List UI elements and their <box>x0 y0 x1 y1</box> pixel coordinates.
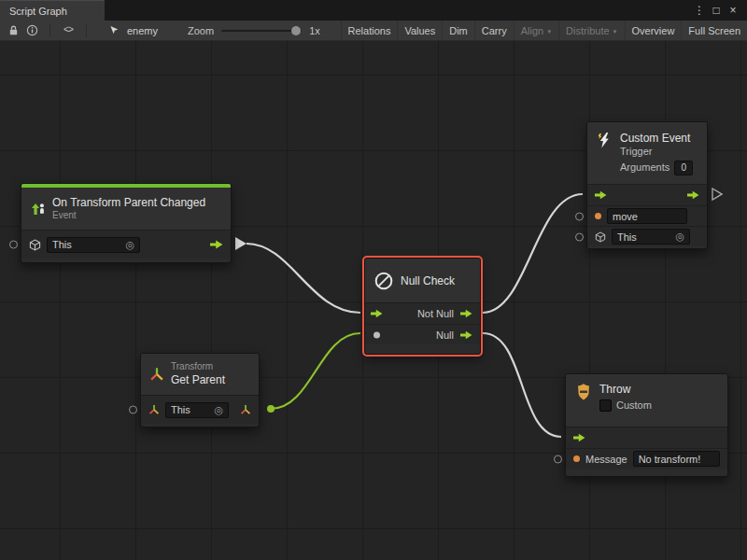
transform-output-port[interactable] <box>240 404 251 415</box>
node-title: On Transform Parent Changed <box>52 196 205 210</box>
wire-event-to-nullcheck[interactable] <box>247 244 360 313</box>
wire-notnull-to-customevent[interactable] <box>483 194 583 313</box>
control-input-port[interactable] <box>573 433 585 442</box>
unity-script-graph-window: Script Graph ⋮ □ × <> enemy Zoom <box>0 0 747 560</box>
overview-button[interactable]: Overview <box>625 21 682 40</box>
zoom-slider[interactable] <box>221 30 302 32</box>
node-row-ports <box>566 427 727 448</box>
control-input-port[interactable] <box>595 190 607 200</box>
node-throw[interactable]: Throw Custom Message No transform! <box>565 373 728 477</box>
toolbar-separator <box>86 24 87 37</box>
node-header: Custom Event Trigger Arguments 0 <box>587 122 707 185</box>
distribute-button[interactable]: Distribute ▼ <box>558 21 624 40</box>
control-input-port[interactable] <box>371 309 383 318</box>
graph-name: enemy <box>127 25 158 36</box>
relations-button[interactable]: Relations <box>341 21 398 40</box>
message-label: Message <box>585 454 627 465</box>
customevent-output-triangle[interactable] <box>712 189 722 200</box>
wire-getparent-to-nullcheck[interactable] <box>271 333 360 409</box>
dim-button[interactable]: Dim <box>442 21 474 40</box>
object-picker-icon[interactable]: ◎ <box>125 239 134 251</box>
event-output-triangle[interactable] <box>235 237 247 250</box>
maximize-icon[interactable]: □ <box>708 4 725 17</box>
node-title: Get Parent <box>171 373 225 387</box>
string-port-dot <box>573 455 580 462</box>
graph-toolbar: <> enemy Zoom 1x Relations Values Dim Ca… <box>0 21 747 41</box>
string-port-dot <box>595 213 601 219</box>
zoom-label: Zoom <box>188 25 214 36</box>
tab-title: Script Graph <box>9 6 67 17</box>
node-row-null: Null <box>365 324 480 344</box>
tab-script-graph[interactable]: Script Graph <box>0 0 105 21</box>
control-output-port[interactable] <box>210 240 223 249</box>
node-category: Custom Event <box>620 132 693 146</box>
event-name-field[interactable]: move <box>607 208 687 224</box>
graph-canvas[interactable]: On Transform Parent Changed Event This ◎ <box>0 41 747 560</box>
arguments-label: Arguments <box>620 161 669 175</box>
object-picker-icon[interactable]: ◎ <box>675 231 684 243</box>
self-input-port[interactable] <box>9 241 18 249</box>
node-row-this: This ◎ <box>21 231 231 259</box>
pointer-icon <box>105 21 123 40</box>
this-dropdown[interactable]: This ◎ <box>612 229 690 245</box>
node-row-ports <box>587 185 707 205</box>
object-picker-icon[interactable]: ◎ <box>214 404 223 416</box>
carry-button[interactable]: Carry <box>474 21 514 40</box>
graph-breadcrumb[interactable]: enemy <box>105 21 158 40</box>
cube-icon <box>595 231 606 243</box>
transform-type-icon <box>148 404 160 415</box>
message-field[interactable]: No transform! <box>633 451 720 467</box>
info-icon[interactable] <box>22 21 41 40</box>
arguments-field[interactable]: 0 <box>674 161 693 175</box>
values-button[interactable]: Values <box>397 21 442 40</box>
code-icon[interactable]: <> <box>59 21 78 40</box>
align-button[interactable]: Align ▼ <box>514 21 558 40</box>
node-title: Null Check <box>401 274 455 287</box>
transform-parent-changed-icon <box>30 201 46 217</box>
node-trigger-custom-event[interactable]: Custom Event Trigger Arguments 0 move <box>586 121 708 249</box>
chevron-down-icon: ▼ <box>613 29 618 35</box>
custom-option-row: Custom <box>599 399 652 413</box>
custom-event-icon <box>596 132 613 149</box>
toolbar-separator <box>49 24 50 37</box>
menu-icon[interactable]: ⋮ <box>691 4 708 17</box>
name-input-port[interactable] <box>575 212 584 220</box>
fullscreen-button[interactable]: Full Screen <box>681 21 747 40</box>
node-on-transform-parent-changed[interactable]: On Transform Parent Changed Event This ◎ <box>21 183 232 263</box>
node-title: Throw <box>599 383 652 397</box>
node-row-notnull: Not Null <box>365 303 480 324</box>
cube-icon <box>29 239 41 251</box>
window-controls: ⋮ □ × <box>691 0 747 21</box>
null-output-port[interactable] <box>460 330 472 340</box>
wire-null-to-throw[interactable] <box>483 333 561 437</box>
target-input-port[interactable] <box>575 232 584 241</box>
this-dropdown[interactable]: This ◎ <box>47 237 140 253</box>
zoom-value: 1x <box>309 25 320 36</box>
node-get-parent[interactable]: Transform Get Parent This ◎ <box>140 353 260 427</box>
this-value: This <box>171 404 190 415</box>
node-row-this: This ◎ <box>587 226 707 246</box>
this-value: This <box>52 239 72 250</box>
self-input-port[interactable] <box>129 406 137 414</box>
custom-checkbox[interactable] <box>599 399 612 412</box>
node-category: Transform <box>171 361 225 373</box>
node-null-check[interactable]: Null Check Not Null Null <box>364 258 481 355</box>
message-value: No transform! <box>639 454 701 465</box>
control-output-port[interactable] <box>687 190 699 200</box>
close-icon[interactable]: × <box>725 4 741 17</box>
custom-label: Custom <box>616 399 652 413</box>
zoom-knob[interactable] <box>291 26 301 35</box>
null-check-icon <box>374 271 394 291</box>
value-input-port[interactable] <box>374 331 380 338</box>
node-row-this: This ◎ <box>141 396 259 424</box>
this-dropdown[interactable]: This ◎ <box>165 402 229 418</box>
chevron-down-icon: ▼ <box>546 29 552 35</box>
lock-icon[interactable] <box>4 21 22 40</box>
node-header: Throw Custom <box>566 374 727 427</box>
arguments-row: Arguments 0 <box>620 161 693 175</box>
notnull-output-port[interactable] <box>460 309 472 318</box>
node-header: Null Check <box>365 259 480 303</box>
toolbar-buttons: Relations Values Dim Carry Align ▼ Distr… <box>341 21 747 40</box>
port-label: Null <box>436 329 454 341</box>
message-input-port[interactable] <box>554 455 562 463</box>
